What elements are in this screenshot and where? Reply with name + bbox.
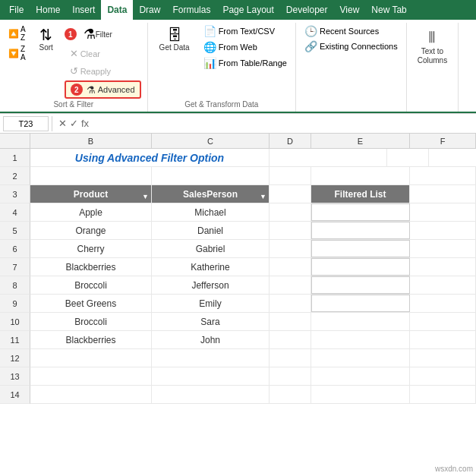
filter-button[interactable]: ⚗ Filter — [78, 24, 118, 44]
menu-file[interactable]: File — [3, 0, 30, 20]
from-text-icon: 📄 — [203, 25, 216, 37]
cell-7c[interactable]: Katherine — [152, 258, 270, 276]
title-cell[interactable]: Using Advanced Filter Option — [30, 149, 270, 166]
cell-2b — [30, 167, 152, 184]
formula-input[interactable] — [95, 116, 473, 131]
from-text-button[interactable]: 📄 From Text/CSV — [201, 24, 289, 38]
advanced-icon: ⚗ — [87, 84, 96, 96]
text-to-columns-group: ⫴ Text to Columns — [407, 23, 459, 112]
cancel-icon[interactable]: ✕ — [58, 118, 67, 129]
cell-7f — [410, 258, 476, 276]
cell-10b[interactable]: Broccoli — [30, 313, 152, 330]
cell-13f — [410, 367, 476, 385]
get-data-button[interactable]: 🗄 Get Data — [154, 24, 195, 55]
product-header: Product ▼ — [30, 185, 152, 203]
cell-5b[interactable]: Orange — [30, 222, 152, 239]
sort-za-label: ZA — [20, 45, 26, 61]
existing-label: Existing Connections — [320, 42, 398, 51]
advanced-button[interactable]: 2 ⚗ Advanced — [65, 80, 141, 99]
cell-8c[interactable]: Jefferson — [152, 276, 270, 294]
row-header-2: 2 — [0, 167, 30, 185]
formula-divider — [52, 116, 52, 131]
sort-za-button[interactable]: 🔽 ZA — [6, 44, 28, 62]
cell-reference[interactable] — [3, 116, 49, 131]
menu-insert[interactable]: Insert — [66, 0, 101, 20]
from-table-button[interactable]: 📊 From Table/Range — [201, 56, 289, 70]
formula-bar: ✕ ✓ fx — [0, 114, 476, 134]
cell-9b[interactable]: Beet Greens — [30, 295, 152, 312]
filtered-list-header: Filtered List — [311, 185, 410, 203]
fx-icon[interactable]: fx — [81, 118, 89, 129]
cell-4d — [270, 203, 311, 221]
cell-6b[interactable]: Cherry — [30, 240, 152, 257]
filter-icon: ⚗ — [84, 27, 96, 41]
salesperson-header: SalesPerson ▼ — [152, 185, 270, 203]
cell-10c[interactable]: Sara — [152, 313, 270, 330]
row-header-12: 12 — [0, 349, 30, 367]
cell-8b[interactable]: Broccoli — [30, 276, 152, 294]
cell-1d — [387, 149, 429, 166]
watermark: wsxdn.com — [435, 465, 473, 473]
menu-developer[interactable]: Developer — [280, 0, 334, 20]
confirm-icon[interactable]: ✓ — [70, 118, 78, 129]
get-data-group: 🗄 Get Data 📄 From Text/CSV 🌐 From Web 📊 … — [148, 23, 296, 112]
table-row — [30, 349, 476, 367]
cell-5c[interactable]: Daniel — [152, 222, 270, 239]
table-row: Broccoli Jefferson — [30, 276, 476, 295]
table-row: Blackberries Katherine — [30, 258, 476, 276]
cell-4e[interactable] — [311, 203, 410, 221]
connections-icon: 🔗 — [304, 40, 317, 52]
sort-filter-group: 🔼 AZ 🔽 ZA ⇅ Sort 1 — [0, 23, 148, 112]
cell-4c[interactable]: Michael — [152, 203, 270, 221]
cell-2c — [152, 167, 270, 184]
from-table-icon: 📊 — [203, 57, 216, 69]
menu-home[interactable]: Home — [30, 0, 66, 20]
menu-draw[interactable]: Draw — [133, 0, 166, 20]
cell-6c[interactable]: Gabriel — [152, 240, 270, 257]
cell-9c[interactable]: Emily — [152, 295, 270, 312]
cell-8e[interactable] — [311, 276, 410, 294]
menu-data[interactable]: Data — [101, 0, 133, 20]
recent-group: 🕒 Recent Sources 🔗 Existing Connections — [296, 23, 407, 112]
col-header-e: E — [311, 134, 410, 148]
recent-sources-button[interactable]: 🕒 Recent Sources — [302, 24, 400, 38]
cell-12c — [152, 349, 270, 367]
clear-button[interactable]: ✕ Clear — [65, 46, 141, 61]
reapply-button[interactable]: ↺ Reapply — [65, 63, 141, 79]
menu-page-layout[interactable]: Page Layout — [216, 0, 279, 20]
text-to-columns-button[interactable]: ⫴ Text to Columns — [413, 24, 452, 68]
sort-button[interactable]: ⇅ Sort — [33, 24, 60, 55]
cell-6e[interactable] — [311, 240, 410, 257]
existing-connections-button[interactable]: 🔗 Existing Connections — [302, 39, 400, 53]
menu-new-tab[interactable]: New Tab — [365, 0, 412, 20]
cell-9e[interactable] — [311, 295, 410, 312]
advanced-label: Advanced — [98, 85, 135, 94]
table-row: Orange Daniel — [30, 222, 476, 240]
salesperson-dropdown[interactable]: ▼ — [260, 193, 266, 200]
table-row: Beet Greens Emily — [30, 295, 476, 313]
menu-view[interactable]: View — [334, 0, 366, 20]
text-columns-icon: ⫴ — [428, 27, 436, 47]
row-header-13: 13 — [0, 367, 30, 386]
cell-7b[interactable]: Blackberries — [30, 258, 152, 276]
cell-5e[interactable] — [311, 222, 410, 239]
cell-13d — [270, 367, 311, 385]
cell-11c[interactable]: John — [152, 331, 270, 348]
product-dropdown[interactable]: ▼ — [142, 193, 149, 200]
row-header-8: 8 — [0, 276, 30, 295]
menu-formulas[interactable]: Formulas — [166, 0, 216, 20]
from-web-button[interactable]: 🌐 From Web — [201, 40, 289, 54]
cell-14c — [152, 386, 270, 403]
sort-az-button[interactable]: 🔼 AZ — [6, 24, 28, 43]
cell-7e[interactable] — [311, 258, 410, 276]
from-text-label: From Text/CSV — [219, 27, 275, 36]
cell-2e — [311, 167, 410, 184]
badge-1: 1 — [65, 28, 77, 40]
clear-label: Clear — [80, 49, 100, 58]
cell-4b[interactable]: Apple — [30, 203, 152, 221]
menu-bar: File Home Insert Data Draw Formulas Page… — [0, 0, 476, 20]
cell-11b[interactable]: Blackberries — [30, 331, 152, 348]
cell-1e — [429, 149, 476, 166]
cell-2f — [410, 167, 476, 184]
cell-14e — [311, 386, 410, 403]
